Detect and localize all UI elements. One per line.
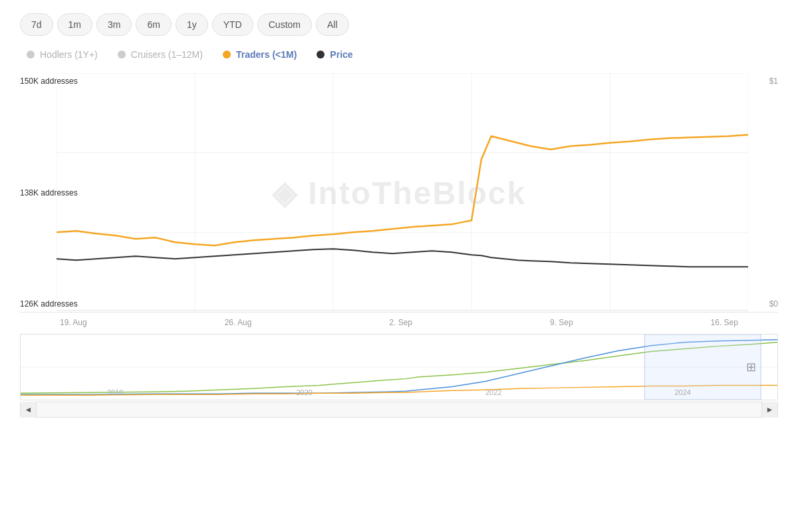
btn-3m[interactable]: 3m: [96, 13, 132, 36]
btn-1y[interactable]: 1y: [176, 13, 208, 36]
x-label-5: 16. Sep: [711, 318, 738, 327]
traders-label: Traders (<1M): [236, 49, 297, 60]
btn-6m[interactable]: 6m: [136, 13, 171, 36]
y-right-top-label: $1: [769, 76, 778, 86]
chart-wrapper: 150K addresses 138K addresses 126K addre…: [20, 73, 778, 418]
minimap-svg: [21, 334, 777, 400]
hodlers-dot: [27, 51, 35, 59]
btn-all[interactable]: All: [316, 13, 349, 36]
minimap[interactable]: 2018 2020 2022 2024 ⊞: [20, 334, 778, 400]
price-line: [57, 249, 748, 267]
scrollbar: ◄ ►: [20, 402, 778, 418]
main-chart: 150K addresses 138K addresses 126K addre…: [20, 73, 778, 313]
btn-1m[interactable]: 1m: [57, 13, 92, 36]
legend-price[interactable]: Price: [317, 49, 352, 60]
x-axis: 19. Aug 26. Aug 2. Sep 9. Sep 16. Sep: [20, 313, 778, 332]
btn-custom[interactable]: Custom: [257, 13, 312, 36]
scroll-right-arrow[interactable]: ►: [761, 402, 777, 418]
drag-handle-icon[interactable]: ⊞: [746, 360, 756, 374]
cruisers-label: Cruisers (1–12M): [131, 49, 203, 60]
price-label: Price: [330, 49, 352, 60]
traders-dot: [223, 51, 231, 59]
x-label-2: 26. Aug: [225, 318, 252, 327]
svg-rect-11: [644, 334, 761, 400]
legend-hodlers[interactable]: Hodlers (1Y+): [27, 49, 98, 60]
legend-cruisers[interactable]: Cruisers (1–12M): [118, 49, 203, 60]
x-label-3: 2. Sep: [389, 318, 412, 327]
cruisers-dot: [118, 51, 126, 59]
y-axis-right: $1 $0: [769, 73, 778, 312]
chart-legend: Hodlers (1Y+) Cruisers (1–12M) Traders (…: [20, 49, 778, 60]
scroll-track[interactable]: [37, 402, 761, 417]
y-right-bottom-label: $0: [769, 299, 778, 309]
legend-traders[interactable]: Traders (<1M): [223, 49, 297, 60]
x-label-1: 19. Aug: [60, 318, 87, 327]
traders-line: [57, 135, 748, 246]
btn-ytd[interactable]: YTD: [212, 13, 253, 36]
main-chart-svg: [57, 73, 748, 312]
chart-svg-container: [57, 73, 748, 312]
time-range-selector: 7d 1m 3m 6m 1y YTD Custom All: [20, 13, 778, 36]
scroll-left-arrow[interactable]: ◄: [21, 402, 37, 418]
price-dot: [317, 51, 325, 59]
app-container: 7d 1m 3m 6m 1y YTD Custom All Hodlers (1…: [0, 0, 798, 532]
hodlers-label: Hodlers (1Y+): [40, 49, 98, 60]
x-label-4: 9. Sep: [550, 318, 573, 327]
btn-7d[interactable]: 7d: [20, 13, 53, 36]
